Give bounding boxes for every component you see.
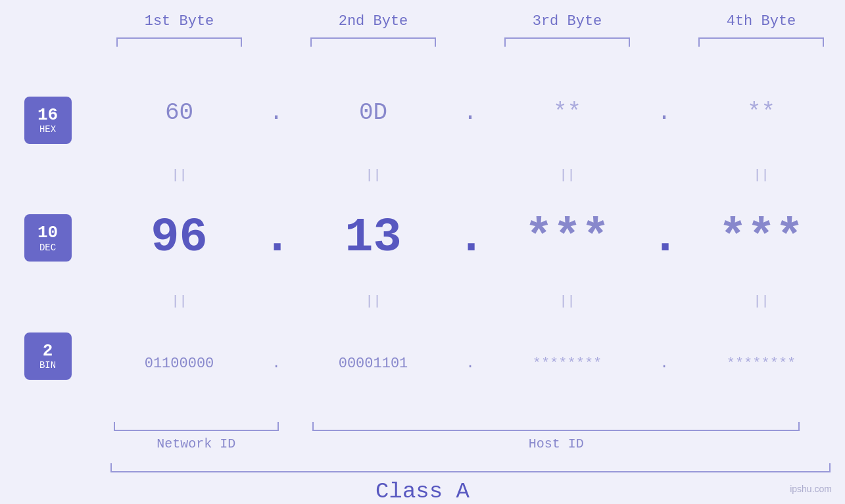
- main-container: 1st Byte 2nd Byte 3rd Byte 4th Byte 16 H…: [0, 0, 845, 504]
- dec-b3: ***: [483, 211, 651, 265]
- sep2-c3: ||: [483, 294, 651, 309]
- sep1-c1: ||: [95, 168, 263, 183]
- bin-d3: .: [651, 355, 677, 372]
- dec-b1: 96: [95, 211, 263, 265]
- hex-b2: 0D: [289, 99, 457, 126]
- bin-b1: 01100000: [95, 355, 263, 372]
- host-id-label: Host ID: [529, 436, 584, 451]
- sep1-c4: ||: [677, 168, 845, 183]
- class-bracket: [110, 463, 831, 472]
- bin-d1: .: [263, 355, 289, 372]
- bottom-bracket-row: Network ID Host ID: [95, 422, 815, 451]
- byte2-header: 2nd Byte: [289, 13, 457, 30]
- host-bracket: [312, 422, 800, 431]
- sep1-c3: ||: [483, 168, 651, 183]
- bin-badge: 2 BIN: [24, 332, 72, 380]
- base-column: 16 HEX 10 DEC 2 BIN: [0, 55, 95, 422]
- hex-b4: **: [677, 99, 845, 126]
- network-bracket: [114, 422, 279, 431]
- hex-b3: **: [483, 99, 651, 126]
- byte-headers: 1st Byte 2nd Byte 3rd Byte 4th Byte: [0, 0, 845, 30]
- hex-d2: .: [457, 99, 483, 126]
- hex-badge: 16 HEX: [24, 97, 72, 144]
- hex-row: 60 . 0D . ** . **: [95, 61, 845, 164]
- dec-d2: .: [457, 211, 483, 265]
- byte1-header: 1st Byte: [95, 13, 263, 30]
- sep2-c4: ||: [677, 294, 845, 309]
- bin-b4: ********: [677, 355, 845, 372]
- dec-row: 96 . 13 . *** . ***: [95, 187, 845, 289]
- network-id-label: Network ID: [157, 436, 235, 451]
- hex-b1: 60: [95, 99, 263, 126]
- byte3-header: 3rd Byte: [483, 13, 651, 30]
- dec-b4: ***: [677, 211, 845, 265]
- top-brackets: [0, 36, 845, 48]
- network-id-section: Network ID: [95, 422, 297, 451]
- dec-d3: .: [651, 211, 677, 265]
- values-grid: 60 . 0D . ** . ** || || || || 96: [95, 55, 845, 422]
- sep2-c1: ||: [95, 294, 263, 309]
- host-id-section: Host ID: [297, 422, 815, 451]
- watermark: ipshu.com: [790, 484, 832, 494]
- sep-row-2: || || || ||: [95, 290, 845, 313]
- bin-d2: .: [457, 355, 483, 372]
- content-area: 16 HEX 10 DEC 2 BIN 60 . 0D . ** . **: [0, 55, 845, 422]
- hex-d3: .: [651, 99, 677, 126]
- sep-row-1: || || || ||: [95, 164, 845, 187]
- sep1-c2: ||: [289, 168, 457, 183]
- bottom-brackets-section: Network ID Host ID: [0, 422, 845, 451]
- bin-row: 01100000 . 00001101 . ******** . *******…: [95, 313, 845, 415]
- byte4-header: 4th Byte: [677, 13, 845, 30]
- class-label: Class A: [375, 479, 470, 504]
- sep2-c2: ||: [289, 294, 457, 309]
- bin-b3: ********: [483, 355, 651, 372]
- bin-b2: 00001101: [289, 355, 457, 372]
- dec-b2: 13: [289, 211, 457, 265]
- dec-d1: .: [263, 211, 289, 265]
- dec-badge: 10 DEC: [24, 214, 72, 262]
- hex-d1: .: [263, 99, 289, 126]
